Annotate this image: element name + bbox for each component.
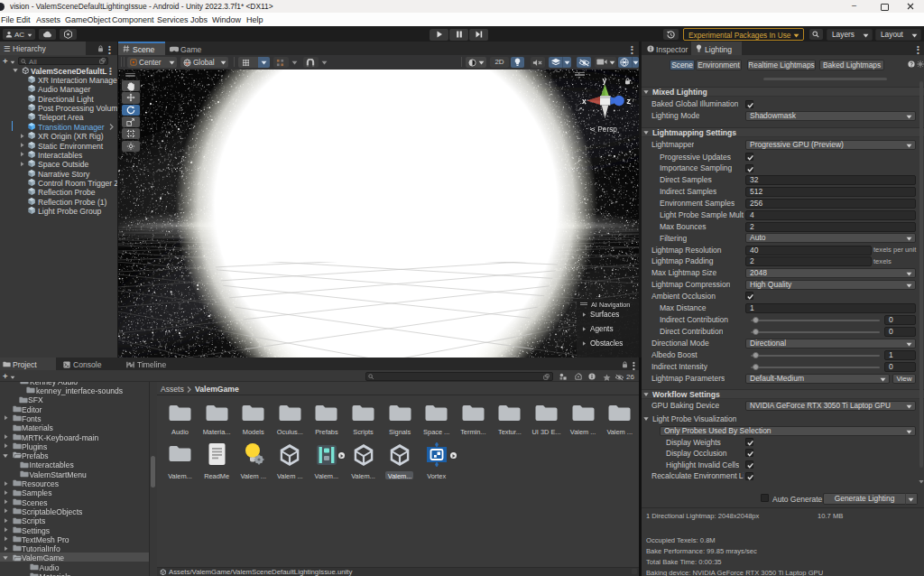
svg-text:z: z — [627, 97, 631, 106]
svg-text:x: x — [582, 97, 587, 106]
svg-text:y: y — [603, 76, 607, 85]
